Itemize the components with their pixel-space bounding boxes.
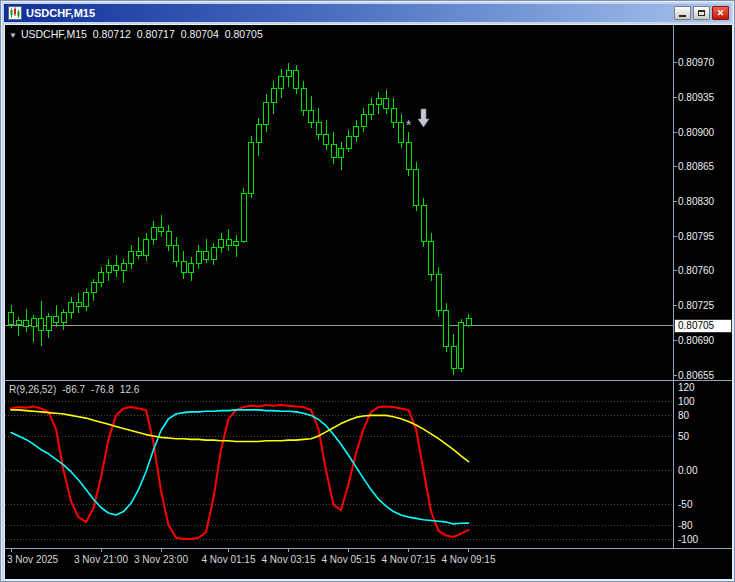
candle (144, 239, 149, 255)
indicator-label: R(9,26,52)-86.7-76.812.6 (9, 384, 145, 395)
candle (384, 98, 389, 108)
restore-icon (698, 10, 705, 16)
candle (324, 134, 329, 144)
candle (286, 71, 291, 77)
candle (91, 283, 96, 293)
candle (451, 346, 456, 368)
candle (99, 273, 104, 283)
price-axis[interactable] (674, 25, 732, 548)
candle (406, 142, 411, 170)
candle (106, 265, 111, 273)
candle (46, 317, 51, 331)
candle (189, 263, 194, 273)
candle (69, 303, 74, 313)
candle (301, 89, 306, 111)
indicator-value-3: 12.6 (120, 384, 139, 395)
candle (241, 194, 246, 242)
candle (84, 293, 89, 307)
time-axis-label: 4 Nov 03:15 (262, 554, 316, 565)
candle (76, 303, 81, 307)
candle (459, 323, 464, 369)
candle (136, 251, 141, 255)
candle (279, 77, 284, 89)
candle (9, 313, 14, 325)
indicator-value-2: -76.8 (91, 384, 114, 395)
candle (436, 275, 441, 311)
candle (166, 231, 171, 245)
candle (391, 108, 396, 122)
ohlc-low: 0.80704 (181, 28, 219, 40)
candle (294, 71, 299, 89)
candle (174, 245, 179, 261)
candle (16, 321, 21, 325)
candle (429, 241, 434, 275)
candle (376, 98, 381, 104)
window-titlebar[interactable]: USDCHF,M15 ✕ (4, 4, 731, 22)
candle (61, 313, 66, 323)
candle (316, 122, 321, 134)
candle (369, 104, 374, 114)
candle (211, 247, 216, 259)
candle (121, 263, 126, 271)
chart-window-icon (8, 6, 22, 20)
candle (309, 110, 314, 122)
minimize-icon (679, 15, 686, 17)
candle (204, 251, 209, 259)
candle (39, 319, 44, 331)
chart-client-area: *0.809700.809350.809000.808650.808300.80… (5, 25, 732, 579)
candle (256, 124, 261, 142)
candle (264, 102, 269, 124)
indicator-name: R(9,26,52) (9, 384, 56, 395)
candle (354, 126, 359, 136)
candle (339, 148, 344, 158)
candle (399, 122, 404, 142)
time-axis-label: 3 Nov 2025 (7, 554, 58, 565)
candle (181, 261, 186, 273)
asterisk-annotation[interactable]: * (406, 117, 412, 133)
candle (249, 142, 254, 194)
indicator-line-slow (11, 410, 469, 524)
chart-window: USDCHF,M15 ✕ *0.809700.809350.809000.808… (0, 0, 735, 582)
candle (346, 136, 351, 148)
indicator-line-fast (11, 405, 469, 539)
candle (196, 251, 201, 263)
close-button[interactable]: ✕ (712, 6, 729, 20)
chart-symbol-marker-icon: ▼ (9, 31, 17, 40)
close-icon: ✕ (717, 9, 725, 18)
candle (361, 114, 366, 126)
chart-ohlc-header: ▼USDCHF,M150.807120.807170.807040.80705 (9, 28, 269, 40)
window-controls: ✕ (674, 6, 729, 20)
chart-canvas[interactable]: *0.809700.809350.809000.808650.808300.80… (5, 25, 732, 579)
candle (151, 227, 156, 239)
candle (129, 251, 134, 263)
time-axis-label: 3 Nov 23:00 (134, 554, 188, 565)
ohlc-close: 0.80705 (225, 28, 263, 40)
time-axis-label: 4 Nov 01:15 (202, 554, 256, 565)
candle (31, 319, 36, 327)
candle (271, 89, 276, 103)
candle (24, 321, 29, 327)
candle (219, 239, 224, 247)
minimize-button[interactable] (674, 6, 691, 20)
candle (159, 227, 164, 231)
sell-arrow-annotation[interactable] (418, 109, 429, 127)
ohlc-open: 0.80712 (93, 28, 131, 40)
candle (444, 311, 449, 347)
time-axis[interactable]: 3 Nov 20253 Nov 21:003 Nov 23:004 Nov 01… (5, 550, 732, 579)
candle (421, 206, 426, 242)
candle (234, 241, 239, 245)
time-axis-label: 4 Nov 05:15 (322, 554, 376, 565)
candle (466, 319, 471, 326)
candle (54, 317, 59, 323)
time-axis-label: 3 Nov 21:00 (74, 554, 128, 565)
chart-symbol-period: USDCHF,M15 (21, 28, 87, 40)
candle (331, 144, 336, 158)
candle (414, 170, 419, 206)
indicator-value-1: -86.7 (62, 384, 85, 395)
candle (226, 239, 231, 245)
candle (114, 265, 119, 271)
time-axis-label: 4 Nov 09:15 (442, 554, 496, 565)
ohlc-high: 0.80717 (137, 28, 175, 40)
restore-button[interactable] (693, 6, 710, 20)
window-title: USDCHF,M15 (26, 7, 674, 19)
